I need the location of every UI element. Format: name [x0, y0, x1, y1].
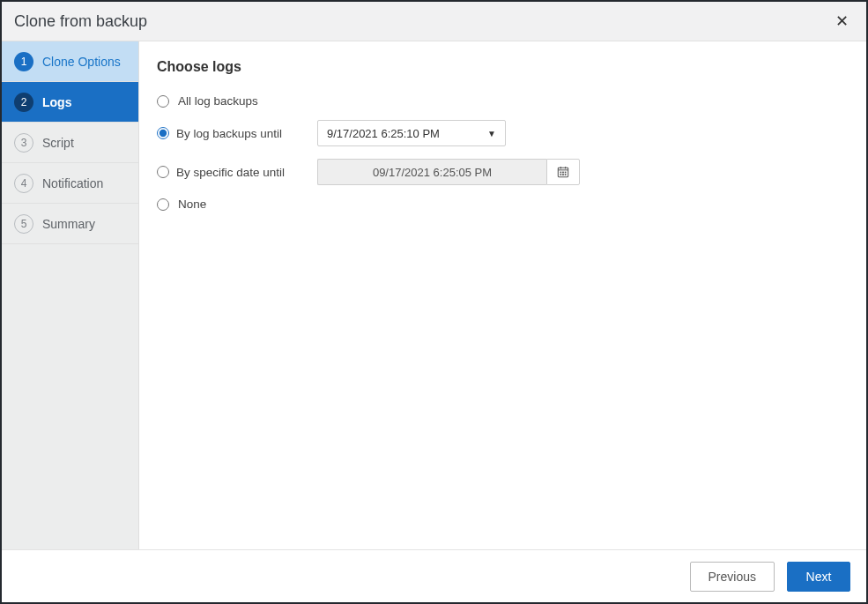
calendar-button[interactable] [546, 159, 580, 185]
previous-button[interactable]: Previous [690, 562, 775, 592]
option-label: None [178, 198, 206, 211]
radio-all-log-backups[interactable] [157, 95, 169, 108]
svg-rect-9 [565, 174, 567, 175]
step-notification[interactable]: 4 Notification [2, 163, 138, 204]
option-none[interactable]: None [157, 198, 845, 211]
radio-by-specific-date-until[interactable] [157, 166, 169, 178]
option-by-log-backups-until: By log backups until 9/17/2021 6:25:10 P… [157, 120, 845, 146]
step-logs[interactable]: 2 Logs [2, 82, 138, 123]
option-label: All log backups [178, 94, 258, 108]
chevron-down-icon: ▼ [487, 129, 496, 138]
close-icon[interactable]: ✕ [830, 10, 854, 33]
dialog-body: 1 Clone Options 2 Logs 3 Script 4 Notifi… [2, 41, 866, 549]
option-by-log-until-label-wrap[interactable]: By log backups until [157, 127, 308, 140]
step-script[interactable]: 3 Script [2, 123, 138, 163]
step-number: 4 [14, 174, 33, 193]
step-number: 5 [14, 214, 33, 234]
specific-date-field[interactable]: 09/17/2021 6:25:05 PM [317, 159, 546, 185]
step-label: Script [42, 136, 74, 150]
log-options-group: All log backups By log backups until 9/1… [157, 94, 845, 211]
radio-none[interactable] [157, 198, 169, 211]
dialog-header: Clone from backup ✕ [2, 2, 866, 41]
step-label: Logs [42, 95, 71, 109]
step-number: 2 [14, 93, 33, 112]
svg-rect-7 [560, 174, 562, 175]
dialog-title: Clone from backup [14, 12, 147, 31]
dialog-footer: Previous Next [2, 549, 866, 602]
wizard-steps-sidebar: 1 Clone Options 2 Logs 3 Script 4 Notifi… [2, 41, 139, 549]
next-button[interactable]: Next [787, 562, 850, 592]
content-panel: Choose logs All log backups By log backu… [139, 41, 866, 549]
svg-rect-4 [560, 172, 562, 174]
specific-date-input-group: 09/17/2021 6:25:05 PM [317, 159, 580, 185]
calendar-icon [557, 166, 569, 178]
step-number: 1 [14, 52, 33, 71]
step-clone-options[interactable]: 1 Clone Options [2, 41, 138, 82]
step-label: Notification [42, 176, 103, 190]
step-summary[interactable]: 5 Summary [2, 204, 138, 244]
step-number: 3 [14, 133, 33, 153]
option-label: By log backups until [176, 127, 282, 140]
step-label: Clone Options [42, 55, 121, 69]
svg-rect-6 [565, 172, 567, 174]
option-label: By specific date until [176, 166, 285, 179]
radio-by-log-backups-until[interactable] [157, 127, 169, 139]
select-value: 9/17/2021 6:25:10 PM [327, 127, 440, 140]
content-heading: Choose logs [157, 59, 845, 75]
option-by-specific-date-until: By specific date until 09/17/2021 6:25:0… [157, 159, 845, 185]
step-label: Summary [42, 217, 95, 231]
option-all-log-backups[interactable]: All log backups [157, 94, 845, 108]
log-backups-until-select[interactable]: 9/17/2021 6:25:10 PM ▼ [317, 120, 506, 146]
svg-rect-5 [562, 172, 564, 174]
clone-from-backup-dialog: Clone from backup ✕ 1 Clone Options 2 Lo… [0, 0, 868, 604]
option-specific-date-label-wrap[interactable]: By specific date until [157, 166, 308, 179]
svg-rect-8 [562, 174, 564, 175]
